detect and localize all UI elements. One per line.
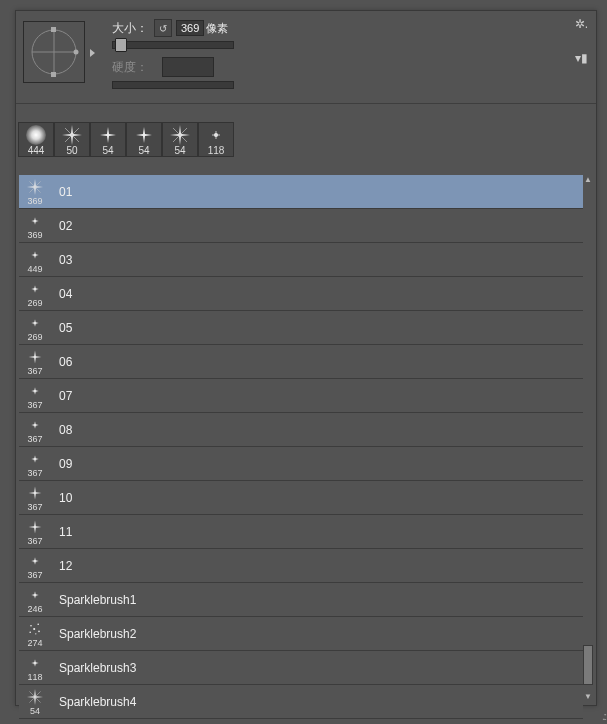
brush-name: 02 [51, 219, 583, 233]
brush-size-label: 367 [19, 536, 51, 546]
brush-list-item[interactable]: 367 08 [19, 413, 583, 447]
brush-list-item[interactable]: 367 09 [19, 447, 583, 481]
brush-size-label: 367 [19, 400, 51, 410]
brush-size-label: 274 [19, 638, 51, 648]
brush-thumb-cell: 367 [19, 416, 51, 444]
recent-brush-thumb[interactable]: 54 [162, 122, 198, 157]
brush-list-item[interactable]: 369 01 [19, 175, 583, 209]
brush-size-label: 449 [19, 264, 51, 274]
gear-icon[interactable]: ✲. [572, 17, 588, 33]
brush-name: Sparklebrush2 [51, 627, 583, 641]
preview-flyout-arrow[interactable] [90, 49, 95, 57]
svg-rect-3 [51, 27, 56, 32]
brush-size-label: 369 [19, 196, 51, 206]
sparkle-icon [134, 125, 154, 145]
brush-name: 11 [51, 525, 583, 539]
brush-size-label: 367 [19, 468, 51, 478]
star4-icon [26, 688, 44, 706]
recent-brush-thumb[interactable]: 444 [18, 122, 54, 157]
brush-name: Sparklebrush4 [51, 695, 583, 709]
svg-point-19 [38, 630, 40, 632]
recent-brush-thumb[interactable]: 118 [198, 122, 234, 157]
svg-point-18 [33, 627, 35, 629]
recent-brush-thumb[interactable]: 50 [54, 122, 90, 157]
brush-list-item[interactable]: 269 04 [19, 277, 583, 311]
brush-list-item[interactable]: 367 10 [19, 481, 583, 515]
brush-thumb-cell: 246 [19, 586, 51, 614]
brush-name: 07 [51, 389, 583, 403]
scrollbar-thumb[interactable] [583, 645, 593, 685]
hardness-slider[interactable] [112, 81, 234, 89]
scroll-down-arrow[interactable]: ▼ [583, 692, 593, 702]
glow-icon [26, 125, 46, 145]
brush-list-item[interactable]: 269 05 [19, 311, 583, 345]
brush-thumb-cell: 118 [19, 654, 51, 682]
svg-point-21 [35, 633, 36, 634]
brush-thumb-cell: 367 [19, 552, 51, 580]
brush-name: 09 [51, 457, 583, 471]
dot-icon [26, 280, 44, 298]
recent-brush-thumb[interactable]: 54 [126, 122, 162, 157]
brush-size-label: 118 [19, 672, 51, 682]
size-value-field[interactable]: 369 [176, 20, 204, 36]
dot-icon [26, 416, 44, 434]
brush-thumb-cell: 269 [19, 314, 51, 342]
dot-icon [206, 125, 226, 145]
svg-point-16 [30, 625, 32, 627]
brush-list-item[interactable]: 367 07 [19, 379, 583, 413]
size-slider[interactable] [112, 41, 234, 49]
brush-size-label: 54 [91, 146, 125, 156]
recent-brush-thumb[interactable]: 54 [90, 122, 126, 157]
brush-name: 06 [51, 355, 583, 369]
brush-size-label: 118 [199, 146, 233, 156]
brush-size-label: 54 [163, 146, 197, 156]
brush-name: 10 [51, 491, 583, 505]
brush-size-label: 54 [19, 706, 51, 716]
brush-size-label: 50 [55, 146, 89, 156]
dot-icon [26, 314, 44, 332]
dot-icon [26, 450, 44, 468]
brush-header: 大小： ↺ 369 像素 硬度： ✲. ▾▮ [16, 11, 596, 104]
brush-list-item[interactable]: 367 06 [19, 345, 583, 379]
brush-size-label: 367 [19, 434, 51, 444]
brush-list-item[interactable]: 369 02 [19, 209, 583, 243]
dot-icon [26, 552, 44, 570]
dot-icon [26, 382, 44, 400]
brush-list-item[interactable]: 449 03 [19, 243, 583, 277]
dot-icon [26, 586, 44, 604]
dot-icon [26, 654, 44, 672]
brush-list-item[interactable]: 54 Sparklebrush4 [19, 685, 583, 719]
size-row: 大小： ↺ 369 像素 [112, 19, 586, 37]
brush-size-label: 367 [19, 366, 51, 376]
brush-thumb-cell: 269 [19, 280, 51, 308]
size-unit: 像素 [206, 21, 228, 36]
undo-icon: ↺ [159, 23, 167, 34]
brush-size-label: 367 [19, 502, 51, 512]
brush-list-item[interactable]: 274 Sparklebrush2 [19, 617, 583, 651]
size-reset-button[interactable]: ↺ [154, 19, 172, 37]
brush-name: Sparklebrush3 [51, 661, 583, 675]
brush-thumb-cell: 367 [19, 382, 51, 410]
brush-thumb-cell: 369 [19, 212, 51, 240]
brush-thumb-cell: 369 [19, 178, 51, 206]
brush-size-label: 246 [19, 604, 51, 614]
brush-name: 12 [51, 559, 583, 573]
brush-list-item[interactable]: 246 Sparklebrush1 [19, 583, 583, 617]
brush-angle-preview[interactable] [23, 21, 85, 83]
size-label: 大小： [112, 20, 154, 37]
svg-point-20 [29, 631, 31, 633]
hardness-row: 硬度： [112, 57, 586, 77]
sparkle-icon [26, 348, 44, 366]
scrollbar[interactable]: ▲ ▼ [583, 175, 593, 702]
hardness-value-field[interactable] [162, 57, 214, 77]
brush-list-item[interactable]: 367 11 [19, 515, 583, 549]
brush-thumb-cell: 449 [19, 246, 51, 274]
resize-grip[interactable]: ..:: [602, 711, 605, 722]
flyout-menu-icon[interactable]: ▾▮ [572, 51, 588, 67]
brush-list-item[interactable]: 367 12 [19, 549, 583, 583]
brush-list-item[interactable]: 118 Sparklebrush3 [19, 651, 583, 685]
sparkle-icon [26, 518, 44, 536]
brush-name: 08 [51, 423, 583, 437]
scroll-up-arrow[interactable]: ▲ [583, 175, 593, 185]
brush-thumb-cell: 367 [19, 450, 51, 478]
